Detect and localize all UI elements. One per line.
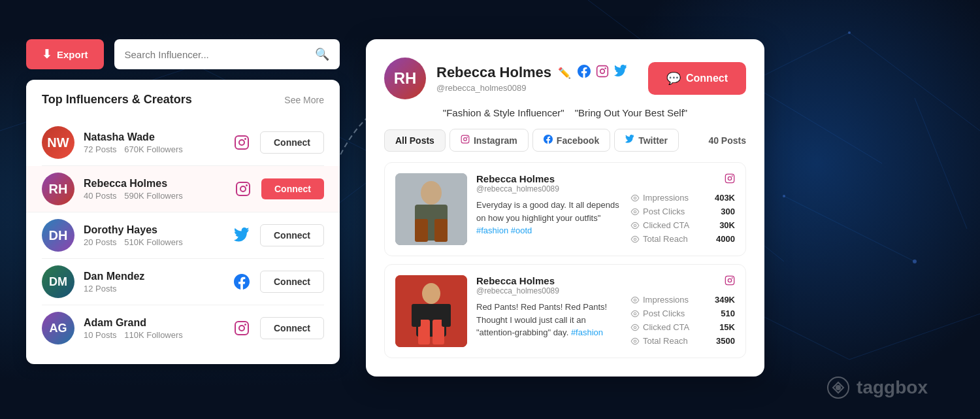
instagram-tab-icon <box>461 135 470 146</box>
svg-point-63 <box>634 312 636 315</box>
connect-button-active[interactable]: Connect <box>261 178 324 199</box>
post-count: 10 Posts <box>84 330 117 340</box>
social-icons-group <box>578 65 627 81</box>
svg-point-41 <box>421 181 442 205</box>
post-clicks-value: 510 <box>721 309 735 318</box>
post-text: Everyday is a good day. It all depends o… <box>476 199 621 237</box>
connect-button[interactable]: Connect <box>260 317 324 339</box>
svg-rect-58 <box>442 304 451 327</box>
twitter-tab-icon <box>625 135 634 146</box>
svg-point-50 <box>634 224 636 227</box>
list-item[interactable]: RH Rebecca Holmes 40 Posts 590K Follower… <box>26 166 340 212</box>
connect-button[interactable]: Connect <box>260 271 324 293</box>
tab-all-posts[interactable]: All Posts <box>384 129 446 152</box>
connect-button[interactable]: Connect <box>260 224 324 246</box>
list-item[interactable]: DM Dan Mendez 12 Posts Connect <box>42 259 324 305</box>
post-stats: Impressions 349K Post Clicks 510 <box>630 275 735 346</box>
svg-point-64 <box>634 326 636 329</box>
svg-rect-25 <box>235 136 248 149</box>
card-header: Top Influencers & Creators See More <box>42 93 324 107</box>
stat-total-reach: Total Reach 3500 <box>630 336 735 346</box>
profile-connect-button[interactable]: 💬 Connect <box>648 62 746 95</box>
influencer-meta: 20 Posts 510K Followers <box>84 237 223 247</box>
svg-rect-37 <box>461 135 469 143</box>
instagram-profile-icon[interactable] <box>596 65 609 81</box>
stat-clicked-cta: Clicked CTA 30K <box>630 220 735 230</box>
search-icon-button[interactable]: 🔍 <box>315 47 329 61</box>
connect-button[interactable]: Connect <box>260 131 324 154</box>
stat-impressions: Impressions 403K <box>630 193 735 203</box>
post-card: Rebecca Holmes @rebecca_holmes0089 Red P… <box>384 264 746 358</box>
influencer-meta: 72 Posts 670K Followers <box>84 144 223 154</box>
main-container: ⬇ Export 🔍 Top Influencers & Creators Se… <box>0 0 980 419</box>
avatar: RH <box>42 173 74 205</box>
follower-count: 510K Followers <box>124 237 183 247</box>
tabs-row: All Posts Instagram Facebook Twitter 40 … <box>384 129 746 152</box>
post-card: Rebecca Holmes @rebecca_holmes0089 Every… <box>384 162 746 256</box>
avatar-initials: DH <box>49 228 68 243</box>
svg-point-32 <box>239 326 244 331</box>
bio-quote2: "Bring Out Your Best Self" <box>575 107 687 118</box>
profile-panel: RH Rebecca Holmes ✏️ <box>366 39 764 377</box>
stat-post-clicks: Post Clicks 300 <box>630 207 735 216</box>
tab-facebook[interactable]: Facebook <box>532 129 610 152</box>
avatar-initials: RH <box>49 182 68 197</box>
avatar-initials: NW <box>47 135 69 150</box>
tab-twitter[interactable]: Twitter <box>614 129 679 152</box>
facebook-profile-icon[interactable] <box>578 65 591 81</box>
search-box-container: 🔍 <box>114 39 340 69</box>
svg-point-39 <box>466 137 468 138</box>
post-count: 72 Posts <box>84 144 117 154</box>
profile-handle: @rebecca_holmes0089 <box>436 83 638 93</box>
stat-total-reach: Total Reach 4000 <box>630 234 735 244</box>
avatar: DM <box>42 265 74 298</box>
impressions-value: 403K <box>715 193 735 203</box>
influencer-meta: 12 Posts <box>84 284 223 293</box>
edit-icon[interactable]: ✏️ <box>558 67 571 79</box>
see-more-link[interactable]: See More <box>284 95 324 105</box>
svg-point-48 <box>634 197 636 199</box>
toolbar: ⬇ Export 🔍 <box>26 39 340 69</box>
export-button[interactable]: ⬇ Export <box>26 39 104 69</box>
follower-count: 110K Followers <box>124 330 183 340</box>
svg-rect-34 <box>597 65 608 76</box>
list-item[interactable]: DH Dorothy Hayes 20 Posts 510K Followers… <box>42 212 324 259</box>
post-count: 20 Posts <box>84 237 117 247</box>
instagram-icon <box>233 319 251 337</box>
twitter-profile-icon[interactable] <box>614 65 627 81</box>
stat-post-clicks: Post Clicks 510 <box>630 309 735 318</box>
svg-point-35 <box>600 69 605 73</box>
list-item[interactable]: NW Natasha Wade 72 Posts 670K Followers … <box>42 120 324 166</box>
avatar: NW <box>42 126 74 159</box>
svg-point-51 <box>634 238 636 241</box>
post-content: Rebecca Holmes @rebecca_holmes0089 Red P… <box>476 275 621 339</box>
influencer-name: Adam Grand <box>84 317 223 329</box>
clicked-cta-value: 30K <box>719 220 735 230</box>
post-count: 12 Posts <box>84 284 117 293</box>
profile-name-row: Rebecca Holmes ✏️ <box>436 64 638 81</box>
follower-count: 670K Followers <box>124 144 183 154</box>
influencer-list-card: Top Influencers & Creators See More NW N… <box>26 80 340 364</box>
influencer-meta: 40 Posts 590K Followers <box>84 191 225 201</box>
influencer-info: Rebecca Holmes 40 Posts 590K Followers <box>84 178 225 201</box>
svg-point-62 <box>634 299 636 301</box>
impressions-label: Impressions <box>630 295 689 305</box>
instagram-icon <box>234 180 252 198</box>
total-reach-label: Total Reach <box>630 336 688 346</box>
post-text: Red Pants! Red Pants! Red Pants! Thought… <box>476 301 621 339</box>
influencer-name: Natasha Wade <box>84 131 223 143</box>
profile-initials: RH <box>394 69 417 88</box>
influencer-meta: 10 Posts 110K Followers <box>84 330 223 340</box>
facebook-tab-icon <box>544 135 553 146</box>
posts-count: 40 Posts <box>708 135 746 146</box>
svg-point-29 <box>240 186 246 192</box>
post-clicks-label: Post Clicks <box>630 207 685 216</box>
post-author: Rebecca Holmes <box>476 275 621 286</box>
list-item[interactable]: AG Adam Grand 10 Posts 110K Followers Co… <box>42 305 324 351</box>
bio-quote1: "Fashion & Style Influencer" <box>443 107 564 118</box>
tab-instagram[interactable]: Instagram <box>449 129 529 152</box>
post-clicks-value: 300 <box>721 207 735 216</box>
impressions-label: Impressions <box>630 193 689 203</box>
search-input[interactable] <box>125 49 310 60</box>
profile-name: Rebecca Holmes <box>436 64 551 81</box>
